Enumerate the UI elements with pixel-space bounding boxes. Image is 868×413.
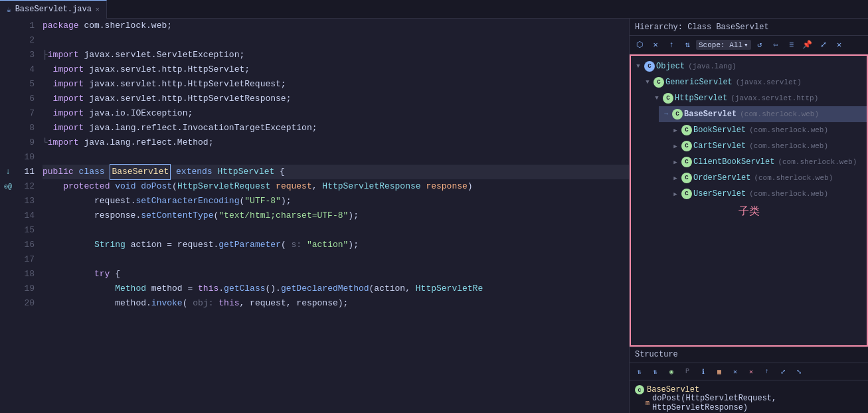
gutter-cell <box>0 150 16 165</box>
line-num-6: 6 <box>19 92 35 106</box>
class-icon-genericservlet: C <box>653 77 664 88</box>
structure-btn-10[interactable]: ⤢ <box>776 365 790 379</box>
left-gutter: ↓ ⊙@ <box>0 19 16 413</box>
line-num-15: 15 <box>19 223 35 238</box>
structure-method-item[interactable]: m doPost(HttpServletRequest, HttpServlet… <box>646 396 863 410</box>
gutter-cell <box>0 48 16 62</box>
tree-item-userservlet[interactable]: ▶ C UserServlet (com.sherlock.web) <box>668 186 867 202</box>
hierarchy-btn-3[interactable]: ↑ <box>664 38 679 52</box>
class-label-object: Object <box>656 62 685 71</box>
pkg-label-cartservlet: (com.sherlock.web) <box>749 142 828 150</box>
structure-panel: Structure ⇅ ⇅ ◉ P ℹ ▦ ✕ ✕ ↑ ⤢ ⤡ C BaseSe… <box>630 347 868 413</box>
class-icon-clientbookservlet: C <box>681 157 692 167</box>
structure-btn-2[interactable]: ⇅ <box>648 365 663 379</box>
tree-item-bookservlet[interactable]: ▶ C BookServlet (com.sherlock.web) <box>668 122 867 138</box>
code-editor[interactable]: package com.sherlock.web; ├import javax.… <box>40 19 629 413</box>
java-file-icon: ☕ <box>7 5 11 14</box>
hierarchy-btn-8[interactable]: 📌 <box>800 38 815 52</box>
structure-btn-4[interactable]: P <box>680 365 695 379</box>
pkg-label-bookservlet: (com.sherlock.web) <box>749 126 828 134</box>
class-label-cartservlet: CartServlet <box>693 141 746 151</box>
code-line-11: public class BaseServlet extends HttpSer… <box>43 165 629 179</box>
tab-close-button[interactable]: ✕ <box>96 5 100 13</box>
tab-label: BaseServlet.java <box>15 5 92 14</box>
structure-btn-9[interactable]: ↑ <box>760 365 774 379</box>
code-line-15 <box>43 223 629 238</box>
expand-genericservlet: ▼ <box>643 78 652 87</box>
tree-item-cartservlet[interactable]: ▶ C CartServlet (com.sherlock.web) <box>668 138 867 154</box>
gutter-cell <box>0 135 16 150</box>
gutter-cell <box>0 19 16 33</box>
class-icon-cartservlet: C <box>681 141 692 151</box>
hierarchy-btn-5[interactable]: ↺ <box>752 38 767 52</box>
tree-item-clientbookservlet[interactable]: ▶ C ClientBookServlet (com.sherlock.web) <box>668 154 867 170</box>
code-lines: package com.sherlock.web; ├import javax.… <box>40 19 629 413</box>
code-line-18: try { <box>43 267 629 282</box>
tree-item-httpservlet[interactable]: ▼ C HttpServlet (javax.servlet.http) <box>650 90 867 106</box>
line-num-17: 17 <box>19 252 35 267</box>
line-num-4: 4 <box>19 62 35 77</box>
structure-btn-3[interactable]: ◉ <box>664 365 679 379</box>
chinese-subclass-label: 子类 <box>631 202 867 221</box>
structure-class-icon: C <box>635 385 644 394</box>
structure-btn-7[interactable]: ✕ <box>728 365 742 379</box>
code-line-5: import javax.servlet.http.HttpServletReq… <box>43 77 629 92</box>
code-line-13: request . setCharacterEncoding ( "UTF-8"… <box>43 194 629 208</box>
pkg-label-orderservlet: (com.sherlock.web) <box>754 174 833 182</box>
structure-toolbar: ⇅ ⇅ ◉ P ℹ ▦ ✕ ✕ ↑ ⤢ ⤡ <box>630 363 868 380</box>
gutter-cell <box>0 106 16 121</box>
hierarchy-btn-4[interactable]: ⇅ <box>680 38 695 52</box>
scope-label: Scope: All <box>699 41 742 49</box>
hierarchy-btn-1[interactable]: ⬡ <box>632 38 647 52</box>
hierarchy-btn-6[interactable]: ⇦ <box>768 38 783 52</box>
main-layout: ↓ ⊙@ 1 2 3 4 5 6 7 8 9 10 11 12 13 14 15… <box>0 19 868 413</box>
code-line-2 <box>43 33 629 48</box>
hierarchy-header: Hierarchy: Class BaseServlet <box>630 19 868 36</box>
scope-selector[interactable]: Scope: All ▾ <box>696 40 751 50</box>
class-label-bookservlet: BookServlet <box>693 125 746 135</box>
file-tab[interactable]: ☕ BaseServlet.java ✕ <box>0 0 107 19</box>
structure-btn-5[interactable]: ℹ <box>696 365 711 379</box>
expand-bookservlet: ▶ <box>671 125 680 135</box>
hierarchy-btn-9[interactable]: ⤢ <box>816 38 831 52</box>
class-icon-baseservlet: C <box>672 109 683 120</box>
pkg-label-userservlet: (com.sherlock.web) <box>749 190 828 198</box>
line-num-11: 11 <box>19 165 35 179</box>
code-line-4: import javax.servlet.http.HttpServlet; <box>43 62 629 77</box>
structure-title: Structure <box>635 350 678 359</box>
tree-item-baseservlet[interactable]: → C BaseServlet (com.sherlock.web) <box>659 106 867 122</box>
debug-icon[interactable]: ⊙@ <box>0 179 16 194</box>
pkg-label-baseservlet: (com.sherlock.web) <box>740 110 819 118</box>
class-label-genericservlet: GenericServlet <box>665 78 733 87</box>
class-icon-bookservlet: C <box>681 125 692 135</box>
structure-btn-11[interactable]: ⤡ <box>792 365 806 379</box>
structure-btn-6[interactable]: ▦ <box>712 365 727 379</box>
expand-cartservlet: ▶ <box>671 141 680 151</box>
line-num-8: 8 <box>19 121 35 135</box>
code-line-8: import java.lang.reflect.InvocationTarge… <box>43 121 629 135</box>
class-label-clientbookservlet: ClientBookServlet <box>693 157 774 167</box>
gutter-cell <box>0 62 16 77</box>
tree-item-genericservlet[interactable]: ▼ C GenericServlet (javax.servlet) <box>640 74 867 90</box>
gutter-cell <box>0 33 16 48</box>
pkg-label-object: (java.lang) <box>688 62 737 70</box>
structure-btn-1[interactable]: ⇅ <box>632 365 647 379</box>
line-num-12: 12 <box>19 179 35 194</box>
hierarchy-btn-2[interactable]: ✕ <box>648 38 663 52</box>
structure-header: Structure <box>630 347 868 363</box>
tree-item-orderservlet[interactable]: ▶ C OrderServlet (com.sherlock.web) <box>668 170 867 186</box>
line-numbers: 1 2 3 4 5 6 7 8 9 10 11 12 13 14 15 16 1… <box>16 19 40 413</box>
expand-httpservlet: ▼ <box>652 94 661 103</box>
code-line-17 <box>43 252 629 267</box>
class-label-httpservlet: HttpServlet <box>675 94 727 103</box>
run-icon[interactable]: ↓ <box>0 165 16 179</box>
expand-clientbookservlet: ▶ <box>671 157 680 167</box>
tree-item-object[interactable]: ▼ C Object (java.lang) <box>631 58 867 74</box>
line-num-19: 19 <box>19 282 35 296</box>
hierarchy-btn-10[interactable]: ✕ <box>832 38 847 52</box>
structure-btn-8[interactable]: ✕ <box>744 365 758 379</box>
code-line-10 <box>43 150 629 165</box>
tab-bar: ☕ BaseServlet.java ✕ <box>0 0 868 19</box>
hierarchy-btn-7[interactable]: ≡ <box>784 38 799 52</box>
code-line-7: import java.io.IOException; <box>43 106 629 121</box>
